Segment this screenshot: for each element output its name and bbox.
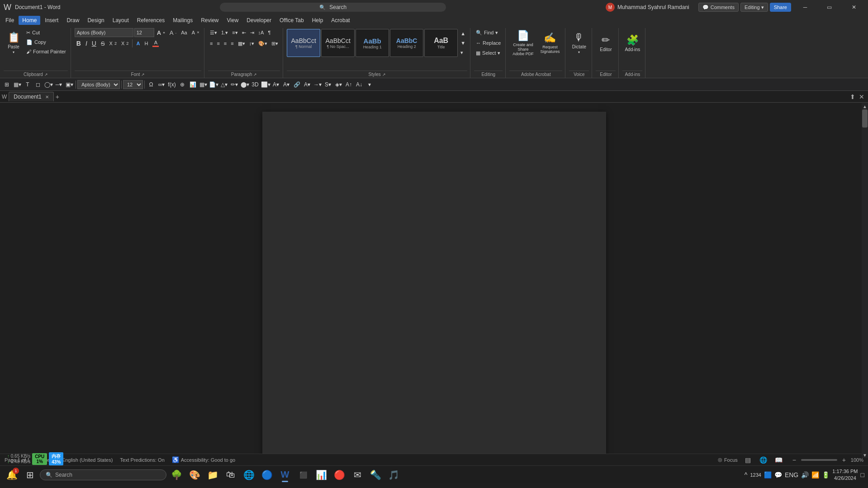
tb2-shapes[interactable]: ◯▾: [43, 80, 53, 90]
accessibility-status[interactable]: ♿ Accessibility: Good to go: [172, 456, 235, 463]
paragraph-expand-icon[interactable]: ↗: [253, 72, 257, 77]
paste-button[interactable]: 📋 Paste ▾: [4, 28, 24, 58]
search-bar[interactable]: 🔍 Search: [220, 3, 446, 12]
tb2-wordart[interactable]: A▾: [271, 80, 281, 90]
tb2-special[interactable]: ◈▾: [333, 80, 343, 90]
menu-insert[interactable]: Insert: [41, 16, 62, 25]
copy-button[interactable]: 📄Copy: [24, 38, 68, 47]
font-color-button[interactable]: A: [151, 39, 161, 48]
document-tab[interactable]: Document1 ✕: [9, 92, 53, 101]
create-share-pdf-button[interactable]: 📄 Create and ShareAdobe PDF: [509, 28, 536, 58]
share-button[interactable]: Share: [770, 3, 791, 12]
align-center-button[interactable]: ≡: [215, 39, 221, 48]
zoom-slider[interactable]: [801, 459, 837, 461]
user-info[interactable]: M Muhammad Syahrul Ramdani: [606, 3, 689, 12]
restore-button[interactable]: ▭: [819, 0, 840, 14]
document-page[interactable]: [262, 112, 606, 454]
editing-button[interactable]: Editing ▾: [740, 3, 768, 12]
menu-draw[interactable]: Draw: [63, 16, 83, 25]
tb2-shadow[interactable]: ⬤▾: [240, 80, 250, 90]
read-mode-button[interactable]: 📖: [774, 455, 784, 465]
tb2-size-select[interactable]: 12: [123, 80, 143, 89]
find-button[interactable]: 🔍 Find ▾: [474, 28, 503, 38]
clock[interactable]: 1:17:36 PM 4/26/2024: [832, 468, 858, 481]
text-predictions-status[interactable]: Text Predictions: On: [120, 457, 164, 463]
style-heading1[interactable]: AaBb Heading 1: [356, 29, 389, 57]
menu-mailings[interactable]: Mailings: [169, 16, 196, 25]
styles-expand-icon[interactable]: ↗: [382, 72, 386, 77]
menu-officetab[interactable]: Office Tab: [276, 16, 308, 25]
close-tab-button[interactable]: ✕: [45, 95, 49, 99]
shading-button[interactable]: 🎨▾: [256, 39, 269, 48]
focus-button[interactable]: ◎ Focus: [718, 457, 738, 463]
tb2-btn1[interactable]: ⊞: [2, 80, 12, 90]
styles-up-button[interactable]: ▲: [459, 29, 467, 38]
scroll-thumb[interactable]: [862, 109, 868, 128]
strikethrough-button[interactable]: S: [99, 39, 107, 48]
tb2-shapes2[interactable]: △▾: [219, 80, 229, 90]
menu-layout[interactable]: Layout: [109, 16, 133, 25]
grow-font-button[interactable]: A+: [155, 28, 167, 37]
style-title[interactable]: AaB Title: [424, 29, 458, 57]
taskbar-app-colorful[interactable]: 🎨: [186, 467, 203, 483]
web-layout-button[interactable]: 🌐: [759, 455, 768, 465]
language-status[interactable]: English (United States): [62, 457, 113, 463]
taskbar-app-terminal[interactable]: ⬛: [295, 467, 311, 483]
taskbar-app-files[interactable]: 📁: [204, 467, 221, 483]
taskbar-notification[interactable]: 🔔 1: [4, 467, 20, 483]
menu-acrobat[interactable]: Acrobat: [327, 16, 353, 25]
new-tab-button[interactable]: +: [56, 93, 59, 100]
taskbar-app-spotify[interactable]: 🎵: [385, 467, 402, 483]
sort-button[interactable]: ↕A: [256, 28, 266, 37]
print-layout-button[interactable]: ▤: [743, 455, 753, 465]
tb2-strike2[interactable]: S▾: [323, 80, 333, 90]
zoom-in-button[interactable]: +: [839, 455, 849, 465]
close-button[interactable]: ✕: [844, 0, 864, 14]
show-formatting-button[interactable]: ¶: [266, 28, 272, 37]
multilevel-button[interactable]: ≡▾: [230, 28, 239, 37]
scroll-down-arrow[interactable]: ▼: [862, 452, 868, 458]
menu-review[interactable]: Review: [197, 16, 222, 25]
taskbar-app-edge[interactable]: 🌐: [241, 467, 257, 483]
notification-center-icon[interactable]: □: [861, 471, 864, 479]
chat-icon[interactable]: 💬: [774, 471, 782, 479]
tb2-pages[interactable]: 📄▾: [209, 80, 218, 90]
scroll-track[interactable]: [862, 109, 868, 452]
taskbar-start-button[interactable]: ⊞: [22, 467, 38, 483]
change-case-button[interactable]: Aa: [179, 28, 189, 37]
line-spacing-button[interactable]: ↕▾: [247, 39, 256, 48]
font-expand-icon[interactable]: ↗: [141, 72, 145, 77]
tb2-infinity[interactable]: ∞▾: [157, 80, 166, 90]
bullets-button[interactable]: ☰▾: [208, 28, 219, 37]
styles-down-button[interactable]: ▼: [459, 38, 467, 47]
decrease-indent-button[interactable]: ⇤: [240, 28, 248, 37]
tb2-fontcolor2[interactable]: A▾: [302, 80, 312, 90]
add-ins-button[interactable]: 🧩 Add-ins: [622, 28, 642, 58]
tb2-3d[interactable]: 3D: [250, 80, 260, 90]
tb2-text[interactable]: T: [23, 80, 33, 90]
font-name-input[interactable]: [75, 28, 133, 37]
menu-references[interactable]: References: [133, 16, 168, 25]
network-icon[interactable]: 📶: [811, 471, 819, 479]
taskbar-app-red[interactable]: 🔴: [331, 467, 347, 483]
battery-icon[interactable]: 🔋: [822, 471, 830, 479]
tb2-arrow[interactable]: →▾: [313, 80, 323, 90]
align-left-button[interactable]: ≡: [208, 39, 214, 48]
comments-button[interactable]: 💬 Comments: [698, 3, 739, 12]
italic-button[interactable]: I: [84, 39, 89, 48]
style-normal[interactable]: AaBbCct ¶ Normal: [287, 29, 320, 57]
text-effect-button[interactable]: A: [134, 39, 142, 48]
tb2-calc[interactable]: ⊕: [177, 80, 187, 90]
tb2-eraser[interactable]: ◻: [33, 80, 43, 90]
chevron-up-icon[interactable]: ^: [745, 471, 748, 479]
zoom-out-button[interactable]: −: [789, 455, 799, 465]
bold-button[interactable]: B: [75, 39, 83, 48]
taskbar-app-chrome[interactable]: 🔵: [259, 467, 275, 483]
taskbar-app2-icon[interactable]: 🟦: [764, 471, 772, 479]
cut-button[interactable]: ✂Cut: [24, 28, 68, 37]
subscript-button[interactable]: X2: [108, 39, 119, 48]
clear-format-button[interactable]: A✕: [190, 28, 201, 37]
style-no-spacing[interactable]: AaBbCct ¶ No Spac...: [321, 29, 355, 57]
superscript-button[interactable]: X2: [119, 39, 130, 48]
tb2-lines[interactable]: ─▾: [54, 80, 64, 90]
